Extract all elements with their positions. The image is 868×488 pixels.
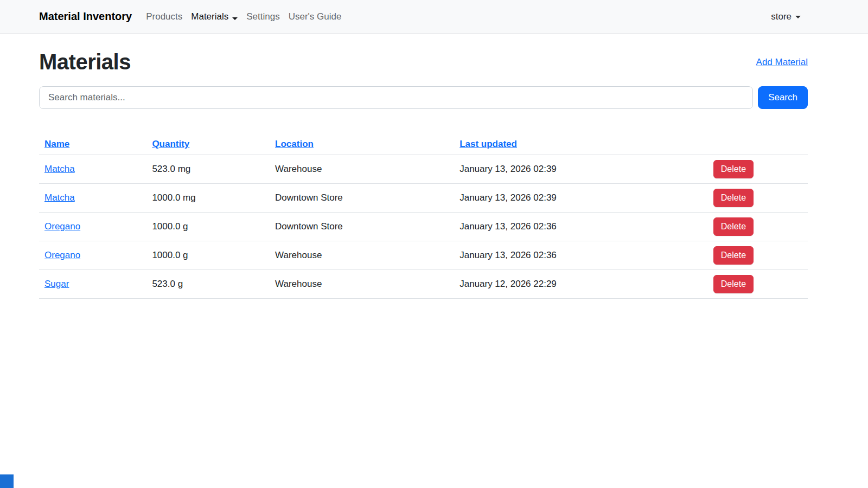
- caret-down-icon: [232, 17, 238, 20]
- actions-cell: Delete: [708, 155, 808, 184]
- caret-down-icon: [795, 16, 801, 18]
- nav-item-users-guide[interactable]: User's Guide: [289, 11, 342, 22]
- location-cell: Downtown Store: [270, 184, 454, 213]
- table-row: Oregano 1000.0 g Downtown Store January …: [39, 213, 808, 241]
- table-row: Matcha 1000.0 mg Downtown Store January …: [39, 184, 808, 213]
- nav-item-products[interactable]: Products: [146, 11, 182, 22]
- nav-item-settings[interactable]: Settings: [246, 11, 279, 22]
- table-row: Matcha 523.0 mg Warehouse January 13, 20…: [39, 155, 808, 184]
- name-cell: Oregano: [39, 241, 146, 270]
- delete-button[interactable]: Delete: [713, 189, 754, 207]
- actions-cell: Delete: [708, 241, 808, 270]
- last-updated-cell: January 13, 2026 02:36: [454, 241, 708, 270]
- sort-header-quantity[interactable]: Quantity: [152, 139, 189, 149]
- quantity-cell: 523.0 g: [146, 270, 270, 299]
- actions-cell: Delete: [708, 213, 808, 241]
- sort-header-last-updated[interactable]: Last updated: [459, 139, 517, 149]
- name-cell: Matcha: [39, 155, 146, 184]
- last-updated-cell: January 13, 2026 02:39: [454, 184, 708, 213]
- materials-table: Name Quantity Location Last updated Matc…: [39, 134, 808, 299]
- location-cell: Downtown Store: [270, 213, 454, 241]
- search-button[interactable]: Search: [758, 86, 808, 109]
- last-updated-cell: January 13, 2026 02:39: [454, 155, 708, 184]
- search-bar: Search: [39, 86, 808, 109]
- name-cell: Sugar: [39, 270, 146, 299]
- nav-item-materials-label: Materials: [191, 11, 228, 22]
- nav-links: Products Materials Settings User's Guide: [146, 11, 341, 22]
- brand-link[interactable]: Material Inventory: [39, 10, 132, 23]
- actions-cell: Delete: [708, 184, 808, 213]
- last-updated-cell: January 12, 2026 22:29: [454, 270, 708, 299]
- actions-cell: Delete: [708, 270, 808, 299]
- sort-header-location[interactable]: Location: [275, 139, 314, 149]
- user-menu-label: store: [771, 11, 792, 22]
- page-header: Materials Add Material: [39, 50, 808, 74]
- user-menu-store[interactable]: store: [771, 11, 801, 22]
- quantity-cell: 1000.0 g: [146, 241, 270, 270]
- table-row: Oregano 1000.0 g Warehouse January 13, 2…: [39, 241, 808, 270]
- delete-button[interactable]: Delete: [713, 275, 754, 293]
- add-material-link[interactable]: Add Material: [756, 57, 808, 68]
- main-content: Materials Add Material Search Name Quant…: [39, 50, 808, 299]
- name-cell: Matcha: [39, 184, 146, 213]
- material-name-link[interactable]: Oregano: [44, 250, 80, 260]
- location-cell: Warehouse: [270, 155, 454, 184]
- location-cell: Warehouse: [270, 270, 454, 299]
- actions-column-header: [708, 134, 808, 155]
- nav-item-materials[interactable]: Materials: [191, 11, 238, 22]
- materials-table-body: Matcha 523.0 mg Warehouse January 13, 20…: [39, 155, 808, 299]
- material-name-link[interactable]: Matcha: [44, 164, 75, 174]
- sort-header-name[interactable]: Name: [44, 139, 69, 149]
- delete-button[interactable]: Delete: [713, 217, 754, 236]
- search-input[interactable]: [39, 86, 753, 109]
- table-header-row: Name Quantity Location Last updated: [39, 134, 808, 155]
- quantity-cell: 523.0 mg: [146, 155, 270, 184]
- location-cell: Warehouse: [270, 241, 454, 270]
- delete-button[interactable]: Delete: [713, 246, 754, 265]
- bottom-left-blue-square: [0, 474, 14, 488]
- material-name-link[interactable]: Oregano: [44, 221, 80, 232]
- quantity-cell: 1000.0 g: [146, 213, 270, 241]
- last-updated-cell: January 13, 2026 02:36: [454, 213, 708, 241]
- material-name-link[interactable]: Sugar: [44, 279, 69, 289]
- name-cell: Oregano: [39, 213, 146, 241]
- top-navbar: Material Inventory Products Materials Se…: [0, 0, 868, 34]
- delete-button[interactable]: Delete: [713, 160, 754, 178]
- quantity-cell: 1000.0 mg: [146, 184, 270, 213]
- page-title: Materials: [39, 50, 131, 74]
- table-row: Sugar 523.0 g Warehouse January 12, 2026…: [39, 270, 808, 299]
- material-name-link[interactable]: Matcha: [44, 192, 75, 203]
